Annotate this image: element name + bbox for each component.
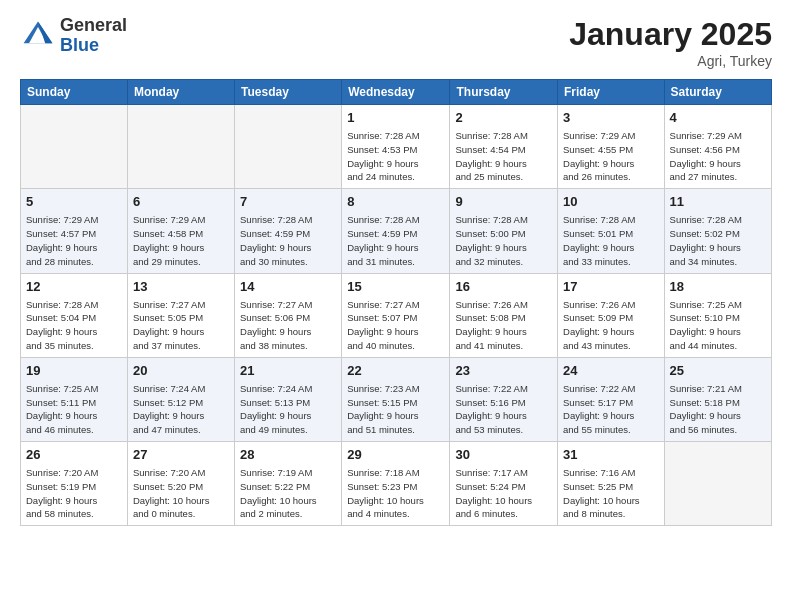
day-number: 20 <box>133 362 229 380</box>
calendar-header-friday: Friday <box>558 80 665 105</box>
week-row-2: 5Sunrise: 7:29 AM Sunset: 4:57 PM Daylig… <box>21 189 772 273</box>
day-number: 21 <box>240 362 336 380</box>
calendar-header-thursday: Thursday <box>450 80 558 105</box>
day-info: Sunrise: 7:28 AM Sunset: 5:02 PM Dayligh… <box>670 213 766 268</box>
logo: General Blue <box>20 16 127 56</box>
calendar-header-tuesday: Tuesday <box>235 80 342 105</box>
day-number: 29 <box>347 446 444 464</box>
day-info: Sunrise: 7:23 AM Sunset: 5:15 PM Dayligh… <box>347 382 444 437</box>
calendar-cell: 15Sunrise: 7:27 AM Sunset: 5:07 PM Dayli… <box>342 273 450 357</box>
day-info: Sunrise: 7:29 AM Sunset: 4:58 PM Dayligh… <box>133 213 229 268</box>
location-subtitle: Agri, Turkey <box>569 53 772 69</box>
day-number: 26 <box>26 446 122 464</box>
calendar-cell <box>21 105 128 189</box>
day-number: 5 <box>26 193 122 211</box>
calendar-cell: 19Sunrise: 7:25 AM Sunset: 5:11 PM Dayli… <box>21 357 128 441</box>
calendar-cell: 1Sunrise: 7:28 AM Sunset: 4:53 PM Daylig… <box>342 105 450 189</box>
day-info: Sunrise: 7:28 AM Sunset: 4:54 PM Dayligh… <box>455 129 552 184</box>
calendar-cell <box>235 105 342 189</box>
day-info: Sunrise: 7:17 AM Sunset: 5:24 PM Dayligh… <box>455 466 552 521</box>
day-number: 8 <box>347 193 444 211</box>
day-number: 16 <box>455 278 552 296</box>
day-info: Sunrise: 7:29 AM Sunset: 4:57 PM Dayligh… <box>26 213 122 268</box>
day-number: 28 <box>240 446 336 464</box>
day-info: Sunrise: 7:28 AM Sunset: 5:01 PM Dayligh… <box>563 213 659 268</box>
logo-icon <box>20 18 56 54</box>
day-number: 27 <box>133 446 229 464</box>
calendar-cell: 21Sunrise: 7:24 AM Sunset: 5:13 PM Dayli… <box>235 357 342 441</box>
calendar-cell: 25Sunrise: 7:21 AM Sunset: 5:18 PM Dayli… <box>664 357 771 441</box>
logo-general-text: General <box>60 16 127 36</box>
day-number: 11 <box>670 193 766 211</box>
calendar-header-monday: Monday <box>127 80 234 105</box>
month-title: January 2025 <box>569 16 772 53</box>
calendar-cell: 12Sunrise: 7:28 AM Sunset: 5:04 PM Dayli… <box>21 273 128 357</box>
day-info: Sunrise: 7:19 AM Sunset: 5:22 PM Dayligh… <box>240 466 336 521</box>
day-number: 12 <box>26 278 122 296</box>
calendar-cell <box>127 105 234 189</box>
calendar-cell: 2Sunrise: 7:28 AM Sunset: 4:54 PM Daylig… <box>450 105 558 189</box>
day-number: 25 <box>670 362 766 380</box>
day-number: 19 <box>26 362 122 380</box>
calendar-cell: 8Sunrise: 7:28 AM Sunset: 4:59 PM Daylig… <box>342 189 450 273</box>
day-number: 9 <box>455 193 552 211</box>
calendar-cell: 9Sunrise: 7:28 AM Sunset: 5:00 PM Daylig… <box>450 189 558 273</box>
calendar-cell: 30Sunrise: 7:17 AM Sunset: 5:24 PM Dayli… <box>450 442 558 526</box>
day-info: Sunrise: 7:20 AM Sunset: 5:19 PM Dayligh… <box>26 466 122 521</box>
day-number: 4 <box>670 109 766 127</box>
calendar-header-saturday: Saturday <box>664 80 771 105</box>
day-info: Sunrise: 7:20 AM Sunset: 5:20 PM Dayligh… <box>133 466 229 521</box>
day-info: Sunrise: 7:21 AM Sunset: 5:18 PM Dayligh… <box>670 382 766 437</box>
day-number: 23 <box>455 362 552 380</box>
day-info: Sunrise: 7:26 AM Sunset: 5:08 PM Dayligh… <box>455 298 552 353</box>
calendar-cell: 14Sunrise: 7:27 AM Sunset: 5:06 PM Dayli… <box>235 273 342 357</box>
calendar-cell: 10Sunrise: 7:28 AM Sunset: 5:01 PM Dayli… <box>558 189 665 273</box>
calendar-cell: 5Sunrise: 7:29 AM Sunset: 4:57 PM Daylig… <box>21 189 128 273</box>
logo-blue-text: Blue <box>60 36 127 56</box>
day-number: 3 <box>563 109 659 127</box>
day-number: 24 <box>563 362 659 380</box>
day-info: Sunrise: 7:24 AM Sunset: 5:13 PM Dayligh… <box>240 382 336 437</box>
calendar-cell: 29Sunrise: 7:18 AM Sunset: 5:23 PM Dayli… <box>342 442 450 526</box>
day-number: 1 <box>347 109 444 127</box>
week-row-5: 26Sunrise: 7:20 AM Sunset: 5:19 PM Dayli… <box>21 442 772 526</box>
calendar-header-wednesday: Wednesday <box>342 80 450 105</box>
day-number: 15 <box>347 278 444 296</box>
week-row-4: 19Sunrise: 7:25 AM Sunset: 5:11 PM Dayli… <box>21 357 772 441</box>
calendar-cell: 24Sunrise: 7:22 AM Sunset: 5:17 PM Dayli… <box>558 357 665 441</box>
calendar-cell: 31Sunrise: 7:16 AM Sunset: 5:25 PM Dayli… <box>558 442 665 526</box>
day-info: Sunrise: 7:29 AM Sunset: 4:55 PM Dayligh… <box>563 129 659 184</box>
week-row-3: 12Sunrise: 7:28 AM Sunset: 5:04 PM Dayli… <box>21 273 772 357</box>
calendar-cell: 22Sunrise: 7:23 AM Sunset: 5:15 PM Dayli… <box>342 357 450 441</box>
day-number: 14 <box>240 278 336 296</box>
day-number: 30 <box>455 446 552 464</box>
calendar-cell: 27Sunrise: 7:20 AM Sunset: 5:20 PM Dayli… <box>127 442 234 526</box>
day-number: 13 <box>133 278 229 296</box>
calendar-cell: 7Sunrise: 7:28 AM Sunset: 4:59 PM Daylig… <box>235 189 342 273</box>
day-info: Sunrise: 7:18 AM Sunset: 5:23 PM Dayligh… <box>347 466 444 521</box>
day-info: Sunrise: 7:29 AM Sunset: 4:56 PM Dayligh… <box>670 129 766 184</box>
calendar-header-row: SundayMondayTuesdayWednesdayThursdayFrid… <box>21 80 772 105</box>
day-info: Sunrise: 7:16 AM Sunset: 5:25 PM Dayligh… <box>563 466 659 521</box>
day-info: Sunrise: 7:22 AM Sunset: 5:16 PM Dayligh… <box>455 382 552 437</box>
calendar-table: SundayMondayTuesdayWednesdayThursdayFrid… <box>20 79 772 526</box>
day-number: 6 <box>133 193 229 211</box>
calendar-cell: 18Sunrise: 7:25 AM Sunset: 5:10 PM Dayli… <box>664 273 771 357</box>
calendar-cell <box>664 442 771 526</box>
day-info: Sunrise: 7:25 AM Sunset: 5:10 PM Dayligh… <box>670 298 766 353</box>
day-info: Sunrise: 7:27 AM Sunset: 5:06 PM Dayligh… <box>240 298 336 353</box>
calendar-cell: 16Sunrise: 7:26 AM Sunset: 5:08 PM Dayli… <box>450 273 558 357</box>
calendar-cell: 17Sunrise: 7:26 AM Sunset: 5:09 PM Dayli… <box>558 273 665 357</box>
day-number: 31 <box>563 446 659 464</box>
day-number: 7 <box>240 193 336 211</box>
day-number: 17 <box>563 278 659 296</box>
calendar-cell: 11Sunrise: 7:28 AM Sunset: 5:02 PM Dayli… <box>664 189 771 273</box>
week-row-1: 1Sunrise: 7:28 AM Sunset: 4:53 PM Daylig… <box>21 105 772 189</box>
day-number: 2 <box>455 109 552 127</box>
day-info: Sunrise: 7:27 AM Sunset: 5:05 PM Dayligh… <box>133 298 229 353</box>
logo-text: General Blue <box>60 16 127 56</box>
calendar-cell: 13Sunrise: 7:27 AM Sunset: 5:05 PM Dayli… <box>127 273 234 357</box>
calendar-header-sunday: Sunday <box>21 80 128 105</box>
day-info: Sunrise: 7:22 AM Sunset: 5:17 PM Dayligh… <box>563 382 659 437</box>
page: General Blue January 2025 Agri, Turkey S… <box>0 0 792 536</box>
